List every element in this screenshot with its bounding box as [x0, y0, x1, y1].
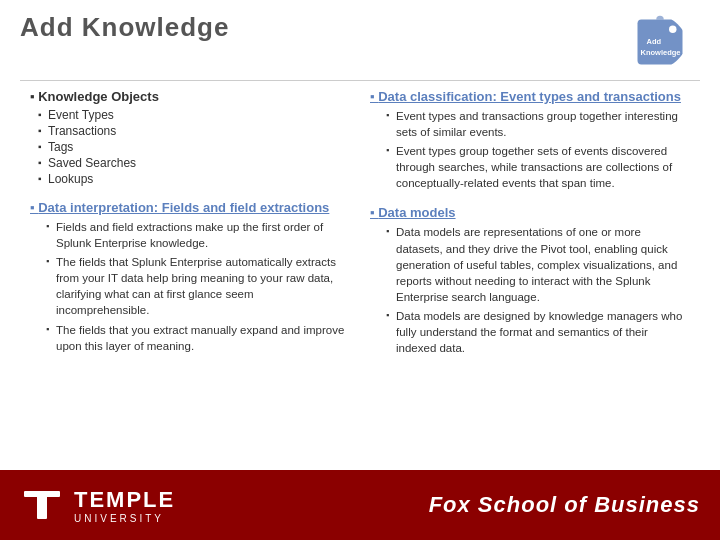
footer-text: TEMPLE UNIVERSITY — [74, 487, 175, 524]
list-item: Lookups — [38, 172, 350, 186]
list-item: Event types group together sets of event… — [386, 143, 690, 191]
knowledge-objects-section: ▪ Knowledge Objects Event Types Transact… — [30, 89, 350, 186]
bullet-marker: ▪ — [370, 205, 378, 220]
data-models-section: ▪ Data models Data models are representa… — [370, 205, 690, 356]
data-models-title[interactable]: ▪ Data models — [370, 205, 690, 220]
list-item: The fields that you extract manually exp… — [46, 322, 350, 354]
bullet-marker: ▪ — [370, 89, 378, 104]
footer-temple-text: TEMPLE — [74, 487, 175, 513]
knowledge-objects-list: Event Types Transactions Tags Saved Sear… — [30, 108, 350, 186]
bullet-marker: ▪ — [30, 89, 38, 104]
svg-text:Knowledge: Knowledge — [641, 48, 681, 57]
list-item: Event Types — [38, 108, 350, 122]
data-classification-section: ▪ Data classification: Event types and t… — [370, 89, 690, 191]
list-item: Event types and transactions group toget… — [386, 108, 690, 140]
list-item: Tags — [38, 140, 350, 154]
footer-logo: TEMPLE UNIVERSITY — [20, 483, 175, 527]
left-column: ▪ Knowledge Objects Event Types Transact… — [20, 89, 360, 460]
data-classification-list: Event types and transactions group toget… — [370, 108, 690, 191]
page: Add Knowledge Add Knowledge ▪ Knowledge … — [0, 0, 720, 540]
svg-rect-5 — [37, 491, 47, 519]
footer-university-text: UNIVERSITY — [74, 513, 175, 524]
data-interpretation-list: Fields and field extractions make up the… — [30, 219, 350, 354]
list-item: Saved Searches — [38, 156, 350, 170]
knowledge-objects-title: ▪ Knowledge Objects — [30, 89, 350, 104]
data-classification-title[interactable]: ▪ Data classification: Event types and t… — [370, 89, 690, 104]
list-item: Transactions — [38, 124, 350, 138]
header: Add Knowledge Add Knowledge — [0, 0, 720, 80]
right-column: ▪ Data classification: Event types and t… — [360, 89, 700, 460]
footer-tagline: Fox School of Business — [191, 492, 700, 518]
data-interpretation-title[interactable]: ▪ Data interpretation: Fields and field … — [30, 200, 350, 215]
bullet-marker: ▪ — [30, 200, 38, 215]
page-title: Add Knowledge — [20, 12, 229, 43]
data-models-list: Data models are representations of one o… — [370, 224, 690, 356]
list-item: The fields that Splunk Enterprise automa… — [46, 254, 350, 318]
list-item: Data models are representations of one o… — [386, 224, 690, 304]
svg-text:Add: Add — [647, 37, 662, 46]
add-knowledge-badge: Add Knowledge — [620, 12, 700, 72]
main-content: ▪ Knowledge Objects Event Types Transact… — [0, 89, 720, 470]
divider — [20, 80, 700, 81]
footer: TEMPLE UNIVERSITY Fox School of Business — [0, 470, 720, 540]
svg-point-0 — [669, 26, 677, 34]
list-item: Data models are designed by knowledge ma… — [386, 308, 690, 356]
list-item: Fields and field extractions make up the… — [46, 219, 350, 251]
data-interpretation-section: ▪ Data interpretation: Fields and field … — [30, 200, 350, 354]
